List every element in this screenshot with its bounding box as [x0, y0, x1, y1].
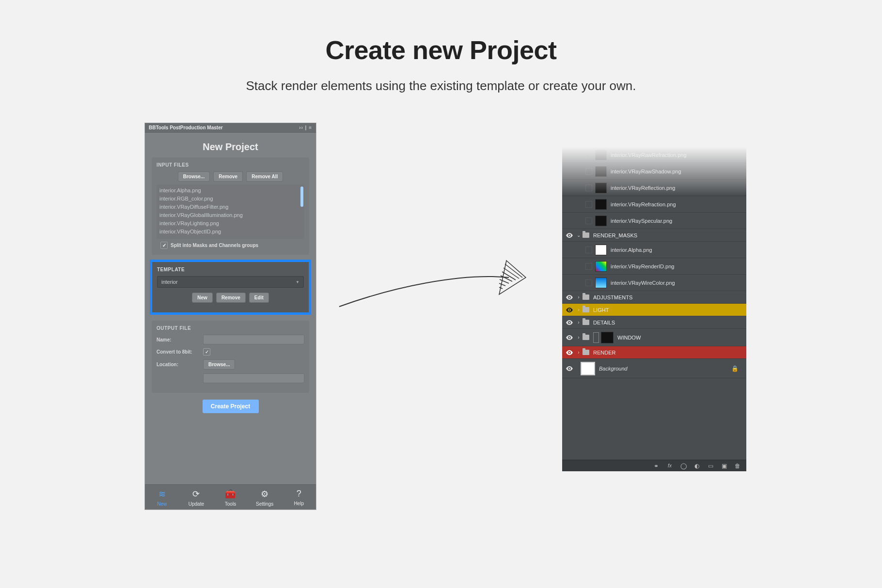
- layers-footer: ⚭ fx ◯ ◐ ▭ ▣ 🗑: [562, 460, 746, 471]
- output-convert-label: Convert to 8bit:: [157, 349, 203, 355]
- layer-thumbnail: [581, 362, 595, 375]
- template-remove-button[interactable]: Remove: [216, 293, 246, 303]
- file-item[interactable]: interior.VRayLighting.png: [159, 219, 301, 228]
- visibility-eye-icon[interactable]: [565, 318, 574, 327]
- layer-checkbox[interactable]: [585, 168, 592, 175]
- visibility-eye-icon[interactable]: [565, 231, 574, 240]
- template-new-button[interactable]: New: [192, 293, 213, 303]
- svg-point-9: [569, 309, 570, 310]
- file-item[interactable]: interior.RGB_color.png: [159, 195, 301, 203]
- group-row-window[interactable]: › WINDOW: [562, 329, 746, 346]
- mask-icon[interactable]: ◯: [679, 462, 687, 470]
- file-item[interactable]: interior.VRayObjectID.png: [159, 228, 301, 236]
- svg-line-0: [505, 264, 522, 278]
- browse-button[interactable]: Browse...: [178, 171, 210, 182]
- help-icon: ?: [282, 489, 316, 499]
- folder-icon: [583, 335, 589, 340]
- svg-line-4: [500, 279, 509, 283]
- remove-all-button[interactable]: Remove All: [246, 171, 283, 182]
- input-files-label: INPUT FILES: [157, 162, 304, 168]
- visibility-eye-icon[interactable]: [565, 293, 574, 302]
- svg-line-3: [501, 276, 512, 281]
- group-row-details[interactable]: › DETAILS: [562, 316, 746, 329]
- visibility-eye-icon[interactable]: [565, 306, 574, 314]
- group-name: ADJUSTMENTS: [593, 294, 632, 300]
- file-item[interactable]: interior.VRayDiffuseFilter.png: [159, 203, 301, 211]
- visibility-eye-icon[interactable]: [565, 348, 574, 357]
- svg-point-11: [569, 337, 570, 338]
- svg-point-8: [569, 296, 570, 298]
- expand-icon[interactable]: ›: [576, 350, 582, 355]
- visibility-eye-icon[interactable]: [565, 364, 574, 373]
- file-item[interactable]: interior.VRayGlobalIllumination.png: [159, 211, 301, 219]
- template-edit-button[interactable]: Edit: [249, 293, 269, 303]
- layer-row[interactable]: interior.VRayRenderID.png: [562, 258, 746, 275]
- layer-name: interior.VRayRawShadow.png: [611, 169, 681, 174]
- expand-icon[interactable]: ›: [576, 294, 582, 300]
- layer-checkbox[interactable]: [585, 217, 592, 224]
- split-label: Split into Masks and Channels groups: [171, 243, 258, 248]
- file-item[interactable]: interior.Alpha.png: [159, 186, 301, 195]
- group-row-light[interactable]: › LIGHT: [562, 304, 746, 316]
- output-name-label: Name:: [157, 337, 203, 342]
- layer-row[interactable]: interior.VRayRawRefraction.png: [562, 147, 746, 163]
- link-layers-icon[interactable]: ⚭: [652, 462, 660, 470]
- panel-collapse-icon[interactable]: ›› | ≡: [299, 125, 312, 130]
- group-row-adjustments[interactable]: › ADJUSTMENTS: [562, 291, 746, 304]
- fx-icon[interactable]: fx: [666, 462, 674, 470]
- layer-row[interactable]: interior.VRayRawShadow.png: [562, 163, 746, 180]
- input-files-list[interactable]: interior.Alpha.png interior.RGB_color.pn…: [157, 185, 304, 239]
- nav-help[interactable]: ? Help: [282, 489, 316, 507]
- group-icon[interactable]: ▭: [707, 462, 714, 470]
- expand-icon[interactable]: ›: [576, 320, 582, 325]
- output-name-input[interactable]: [203, 335, 304, 344]
- output-location-field[interactable]: [203, 373, 304, 383]
- group-row-render-masks[interactable]: ⌄ RENDER_MASKS: [562, 229, 746, 242]
- layer-name: interior.VRayRawRefraction.png: [611, 152, 687, 158]
- trash-icon[interactable]: 🗑: [734, 462, 741, 470]
- layer-row[interactable]: interior.Alpha.png: [562, 242, 746, 258]
- visibility-eye-icon[interactable]: [565, 333, 574, 342]
- svg-line-6: [499, 287, 503, 289]
- group-name: LIGHT: [593, 307, 609, 313]
- svg-point-12: [569, 352, 570, 353]
- svg-line-1: [504, 268, 519, 279]
- chevron-down-icon: ▼: [296, 280, 299, 284]
- layer-checkbox[interactable]: [585, 201, 592, 208]
- group-row-render[interactable]: › RENDER: [562, 346, 746, 359]
- layer-row[interactable]: interior.VRayRefraction.png: [562, 196, 746, 213]
- nav-settings[interactable]: ⚙ Settings: [248, 489, 282, 507]
- convert-8bit-checkbox[interactable]: ✓: [203, 348, 210, 356]
- svg-point-10: [569, 322, 570, 323]
- layer-checkbox[interactable]: [585, 279, 592, 286]
- layer-checkbox[interactable]: [585, 185, 592, 191]
- output-browse-button[interactable]: Browse...: [203, 359, 235, 370]
- nav-new[interactable]: ≋ New: [145, 489, 179, 507]
- scrollbar-thumb[interactable]: [300, 186, 303, 207]
- gear-icon: ⚙: [248, 489, 282, 499]
- nav-update[interactable]: ⟳ Update: [179, 489, 214, 507]
- lock-icon[interactable]: 🔒: [731, 365, 739, 372]
- nav-tools[interactable]: 🧰 Tools: [213, 489, 248, 507]
- create-project-button[interactable]: Create Project: [203, 400, 259, 413]
- layer-row[interactable]: interior.VRayReflection.png: [562, 180, 746, 196]
- layer-checkbox[interactable]: [585, 247, 592, 253]
- split-checkbox[interactable]: ✓: [160, 242, 168, 249]
- layer-row[interactable]: interior.VRayWireColor.png: [562, 275, 746, 291]
- expand-icon[interactable]: ›: [576, 307, 582, 312]
- template-select[interactable]: interior ▼: [157, 276, 304, 288]
- background-layer-row[interactable]: Background 🔒: [562, 359, 746, 378]
- layer-name: interior.VRaySpecular.png: [611, 218, 672, 224]
- group-name: RENDER_MASKS: [593, 232, 637, 238]
- new-layer-icon[interactable]: ▣: [720, 462, 728, 470]
- expand-icon[interactable]: ⌄: [576, 232, 582, 238]
- layer-checkbox[interactable]: [585, 152, 592, 158]
- layer-checkbox[interactable]: [585, 263, 592, 270]
- remove-button[interactable]: Remove: [213, 171, 243, 182]
- panel-title: New Project: [145, 133, 316, 157]
- adjustment-icon[interactable]: ◐: [693, 462, 701, 470]
- output-location-label: Location:: [157, 362, 203, 367]
- layer-row[interactable]: interior.VRaySpecular.png: [562, 213, 746, 229]
- expand-icon[interactable]: ›: [576, 335, 582, 340]
- panel-header: BBTools PostProduction Master ›› | ≡: [145, 123, 316, 133]
